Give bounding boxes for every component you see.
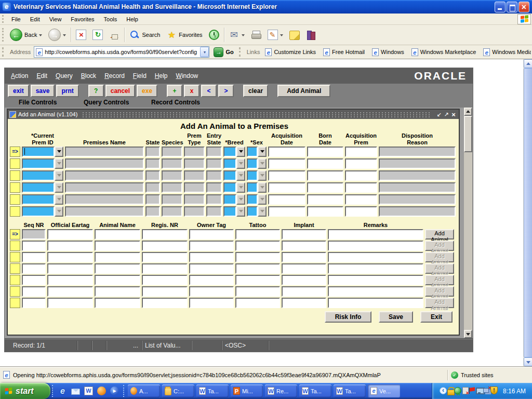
execute-toolbar-button[interactable]: exe <box>137 85 157 97</box>
field-remarks[interactable] <box>328 263 423 274</box>
globe-quicklaunch-icon[interactable] <box>97 387 106 395</box>
ie-menu-tools[interactable]: Tools <box>99 15 122 23</box>
field-tattoo[interactable] <box>235 275 280 285</box>
print-toolbar-button[interactable]: prnt <box>56 85 78 97</box>
row-indicator[interactable] <box>10 194 20 205</box>
field-tattoo[interactable] <box>235 263 280 274</box>
row-indicator[interactable] <box>10 170 20 181</box>
oracle-menu-query[interactable]: Query <box>56 72 73 79</box>
field-official-eartag[interactable] <box>47 263 93 274</box>
search-button[interactable]: Search <box>126 26 163 44</box>
field-borndate[interactable] <box>307 170 343 181</box>
clear-toolbar-button[interactable]: clear <box>243 85 268 97</box>
ie-menu-edit[interactable]: Edit <box>25 15 45 23</box>
flag-tray-icon[interactable] <box>469 387 476 394</box>
field-implant[interactable] <box>282 252 326 262</box>
field-acqprem[interactable] <box>345 182 377 193</box>
field-implant[interactable] <box>282 298 326 308</box>
field-owner-tag[interactable] <box>189 229 234 240</box>
field-seq-nr[interactable] <box>22 298 46 308</box>
lock-tray-icon[interactable] <box>447 387 454 394</box>
field-regis-nr[interactable] <box>142 229 188 240</box>
close-button[interactable] <box>518 2 529 12</box>
field-premid[interactable] <box>22 170 55 181</box>
row-indicator[interactable] <box>10 158 20 169</box>
field-remarks[interactable] <box>328 229 423 240</box>
field-acqprem[interactable] <box>345 206 377 217</box>
field-regis-nr[interactable] <box>142 275 188 285</box>
applet-scrollbar[interactable] <box>464 108 472 338</box>
taskbar-task-2-ta[interactable]: Ta... <box>196 384 229 397</box>
field-official-eartag[interactable] <box>47 298 93 308</box>
maximize-button[interactable] <box>507 2 517 12</box>
field-animal-name[interactable] <box>95 252 140 262</box>
field-breed[interactable] <box>223 147 236 157</box>
oracle-menu-field[interactable]: Field <box>133 72 147 79</box>
field-animal-name[interactable] <box>95 286 140 297</box>
field-breed-dropdown-button[interactable] <box>236 194 245 205</box>
field-regis-nr[interactable] <box>142 241 188 251</box>
chevron-down-icon[interactable] <box>280 34 283 38</box>
add-animal-row-button[interactable]: Add Animal <box>425 229 454 240</box>
cancel-toolbar-button[interactable]: cancel <box>105 85 135 97</box>
row-indicator[interactable] <box>10 286 20 297</box>
field-tattoo[interactable] <box>235 252 280 262</box>
field-tattoo[interactable] <box>235 298 280 308</box>
field-owner-tag[interactable] <box>189 252 234 262</box>
oracle-menu-action[interactable]: Action <box>11 72 28 79</box>
scroll-down-button[interactable] <box>524 357 532 366</box>
row-indicator[interactable] <box>10 182 20 193</box>
history-button[interactable] <box>206 26 222 44</box>
field-sex[interactable] <box>247 170 258 181</box>
link-free-hotmail[interactable]: Free Hotmail <box>323 48 365 56</box>
field-animal-name[interactable] <box>95 241 140 251</box>
favorites-button[interactable]: Favorites <box>163 26 205 44</box>
ie-menu-favorites[interactable]: Favorites <box>66 15 99 23</box>
stop-button[interactable] <box>73 26 89 44</box>
field-sex-dropdown-button[interactable] <box>258 170 267 181</box>
field-sex[interactable] <box>247 194 258 205</box>
field-premid[interactable] <box>22 158 55 169</box>
back-button[interactable]: Back <box>7 26 45 44</box>
taskbar-task-0-a[interactable]: A... <box>128 384 160 397</box>
field-tattoo[interactable] <box>235 229 280 240</box>
chevron-down-icon[interactable] <box>39 34 42 38</box>
oracle-menu-help[interactable]: Help <box>155 72 168 79</box>
oracle-menu-edit[interactable]: Edit <box>36 72 47 79</box>
field-borndate[interactable] <box>307 182 343 193</box>
word-quicklaunch-icon[interactable] <box>84 387 93 395</box>
field-official-eartag[interactable] <box>47 241 93 251</box>
field-remarks[interactable] <box>328 275 423 285</box>
field-acqprem[interactable] <box>345 194 377 205</box>
field-breed[interactable] <box>223 158 236 169</box>
field-borndate[interactable] <box>307 194 343 205</box>
oracle-menu-window[interactable]: Window <box>176 72 198 79</box>
taskbar-task-5-ta[interactable]: Ta... <box>299 384 331 397</box>
scroll-thumb[interactable] <box>524 68 532 357</box>
field-implant[interactable] <box>282 241 326 251</box>
field-implant[interactable] <box>282 229 326 240</box>
field-premid-dropdown-button[interactable] <box>55 147 63 157</box>
link-customize-links[interactable]: Customize Links <box>265 48 316 56</box>
field-remarks[interactable] <box>328 286 423 297</box>
mdi-maximize-icon[interactable] <box>443 111 450 118</box>
refresh-button[interactable] <box>89 26 106 44</box>
field-breed[interactable] <box>223 206 236 217</box>
field-premid-dropdown-button[interactable] <box>55 206 63 217</box>
ie-menu-help[interactable]: Help <box>122 15 143 23</box>
field-animal-name[interactable] <box>95 275 140 285</box>
field-official-eartag[interactable] <box>47 275 93 285</box>
field-acqdate[interactable] <box>268 182 305 193</box>
taskbar-task-3-mi[interactable]: Mi... <box>231 384 263 397</box>
media-quicklaunch-icon[interactable] <box>110 387 119 395</box>
field-regis-nr[interactable] <box>142 252 188 262</box>
address-input[interactable]: http://cowebforms.aphis.usda.gov/forms90… <box>34 46 209 58</box>
field-breed-dropdown-button[interactable] <box>236 170 245 181</box>
scroll-up-button[interactable] <box>464 108 472 116</box>
field-animal-name[interactable] <box>95 298 140 308</box>
field-sex-dropdown-button[interactable] <box>258 158 267 169</box>
field-premid[interactable] <box>22 206 55 217</box>
scroll-up-button[interactable] <box>524 59 532 68</box>
field-implant[interactable] <box>282 275 326 285</box>
field-seq-nr[interactable] <box>22 241 46 251</box>
